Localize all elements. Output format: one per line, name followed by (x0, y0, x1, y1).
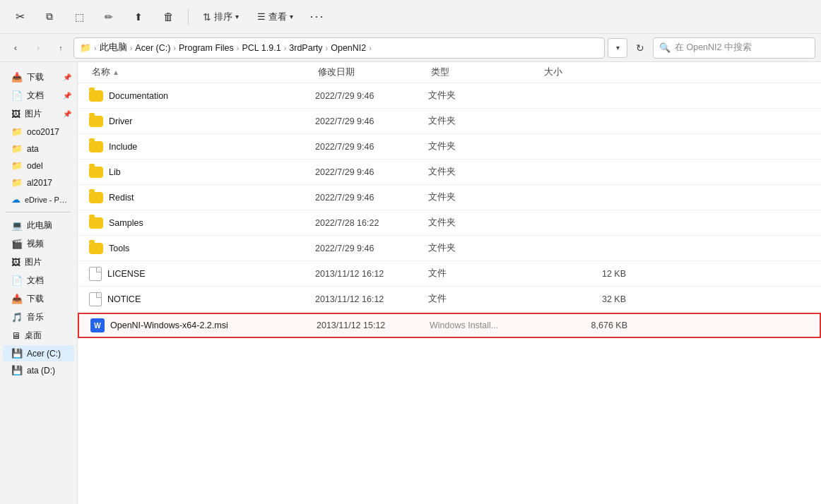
file-type: 文件夹 (428, 115, 541, 127)
paste-button[interactable]: ⬚ (68, 6, 90, 28)
breadcrumb-drive[interactable]: Acer (C:) (135, 43, 170, 53)
file-modified: 2013/11/12 16:12 (315, 269, 428, 279)
delete-button[interactable]: 🗑 (157, 6, 179, 28)
refresh-button[interactable]: ↻ (630, 38, 650, 58)
back-button[interactable]: ‹ (6, 38, 25, 58)
toolbar-separator-1 (188, 8, 189, 25)
table-row[interactable]: Lib 2022/7/29 9:46 文件夹 (78, 160, 821, 185)
sep6: › (326, 44, 329, 52)
table-row[interactable]: Documentation 2022/7/29 9:46 文件夹 (78, 83, 821, 109)
sidebar-item-docs2[interactable]: 📄 文档 (3, 272, 74, 289)
table-row[interactable]: W OpenNI-Windows-x64-2.2.msi 2013/11/12 … (78, 313, 821, 338)
breadcrumb-openni2[interactable]: OpenNI2 (331, 43, 366, 53)
folder-icon (89, 217, 103, 229)
search-placeholder: 在 OpenNI2 中搜索 (675, 42, 752, 54)
sep1: › (94, 44, 97, 52)
file-type: 文件 (428, 293, 541, 305)
view-button[interactable]: ☰ 查看 ▾ (252, 8, 299, 26)
col-modified-label: 修改日期 (318, 66, 355, 78)
sidebar-item-oco2017[interactable]: 📁 oco2017 (3, 124, 74, 140)
sidebar-item-onedrive[interactable]: ☁ eDrive - Persc (3, 191, 74, 208)
view-chevron-icon: ▾ (290, 13, 293, 20)
table-row[interactable]: NOTICE 2013/11/12 16:12 文件 32 KB (78, 287, 821, 312)
music-icon: 🎵 (11, 312, 23, 323)
table-row[interactable]: Tools 2022/7/29 9:46 文件夹 (78, 236, 821, 261)
sidebar-item-c-drive[interactable]: 💾 Acer (C:) (3, 345, 74, 361)
col-header-type[interactable]: 类型 (428, 62, 541, 83)
breadcrumb-pcl[interactable]: PCL 1.9.1 (242, 43, 280, 53)
file-icon (89, 267, 102, 281)
file-rows-container: Documentation 2022/7/29 9:46 文件夹 Driver … (78, 83, 821, 339)
col-header-name[interactable]: 名称 ▲ (89, 62, 315, 83)
file-name: Tools (109, 244, 129, 253)
file-name-cell: Samples (89, 217, 315, 229)
sidebar-item-pictures2[interactable]: 🖼 图片 (3, 253, 74, 271)
breadcrumb-thispc[interactable]: 此电脑 (100, 42, 127, 54)
rename-button[interactable]: ✏ (98, 6, 120, 28)
address-path[interactable]: 📁 › 此电脑 › Acer (C:) › Program Files › PC… (73, 37, 605, 59)
sidebar-item-thispc[interactable]: 💻 此电脑 (3, 217, 74, 234)
address-dropdown-button[interactable]: ▾ (608, 38, 627, 58)
cut-button[interactable]: ✂ (8, 6, 31, 28)
file-modified: 2022/7/29 9:46 (315, 91, 428, 101)
sep7: › (369, 44, 372, 52)
table-row[interactable]: LICENSE 2013/11/12 16:12 文件 12 KB (78, 261, 821, 287)
breadcrumb-programfiles[interactable]: Program Files (179, 43, 234, 53)
view-icon: ☰ (257, 11, 266, 22)
file-name-cell: Redist (89, 192, 315, 203)
sidebar-item-odel[interactable]: 📁 odel (3, 157, 74, 174)
sidebar-item-download2[interactable]: 📥 下载 (3, 290, 74, 308)
table-row[interactable]: Samples 2022/7/28 16:22 文件夹 (78, 210, 821, 236)
file-modified: 2013/11/12 15:12 (317, 320, 430, 330)
sidebar-item-music[interactable]: 🎵 音乐 (3, 308, 74, 326)
sep5: › (284, 44, 287, 52)
sidebar-divider (6, 212, 71, 212)
col-header-size[interactable]: 大小 (541, 62, 626, 83)
up-button[interactable]: ↑ (51, 38, 71, 58)
file-size: 12 KB (541, 269, 626, 279)
file-name: Include (109, 142, 137, 152)
sep4: › (237, 44, 240, 52)
sidebar-item-al2017[interactable]: 📁 al2017 (3, 174, 74, 191)
address-bar: ‹ › ↑ 📁 › 此电脑 › Acer (C:) › Program File… (0, 34, 821, 62)
more-button[interactable]: ··· (306, 6, 329, 28)
table-row[interactable]: Include 2022/7/29 9:46 文件夹 (78, 134, 821, 160)
file-name-cell: Driver (89, 116, 315, 127)
file-name: Redist (109, 193, 134, 203)
file-type: Windows Install... (430, 320, 543, 330)
sort-button[interactable]: ⇅ 排序 ▾ (197, 8, 244, 26)
file-modified: 2013/11/12 16:12 (315, 294, 428, 304)
search-box[interactable]: 🔍 在 OpenNI2 中搜索 (653, 37, 815, 59)
file-name-cell: Include (89, 141, 315, 152)
sort-arrow-icon: ▲ (112, 68, 119, 76)
file-modified: 2022/7/29 9:46 (315, 244, 428, 253)
sidebar-item-pictures1[interactable]: 🖼 图片 📌 (3, 105, 74, 123)
msi-icon: W (90, 318, 105, 332)
file-modified: 2022/7/29 9:46 (315, 116, 428, 126)
sidebar-item-docs1[interactable]: 📄 文档 📌 (3, 87, 74, 104)
sidebar-item-ata[interactable]: 📁 ata (3, 140, 74, 157)
forward-button[interactable]: › (28, 38, 48, 58)
file-type: 文件夹 (428, 90, 541, 102)
view-label: 查看 (268, 11, 287, 23)
sidebar-item-video[interactable]: 🎬 视频 (3, 235, 74, 253)
sort-icon: ⇅ (203, 11, 211, 23)
sidebar-item-d-drive[interactable]: 💾 ata (D:) (3, 362, 74, 378)
table-row[interactable]: Redist 2022/7/29 9:46 文件夹 (78, 185, 821, 210)
file-type: 文件夹 (428, 242, 541, 254)
search-icon: 🔍 (659, 42, 671, 53)
sidebar-item-download1[interactable]: 📥 下载 📌 (3, 68, 74, 86)
file-modified: 2022/7/29 9:46 (315, 167, 428, 177)
share-button[interactable]: ⬆ (127, 6, 150, 28)
pics-icon: 🖼 (11, 257, 20, 268)
sort-chevron-icon: ▾ (235, 13, 239, 20)
col-header-modified[interactable]: 修改日期 (315, 62, 428, 83)
folder-icon (89, 116, 103, 127)
copy-button[interactable]: ⧉ (38, 6, 61, 28)
breadcrumb-thirdparty[interactable]: 3rdParty (289, 43, 322, 53)
file-modified: 2022/7/29 9:46 (315, 193, 428, 203)
folder-icon (89, 90, 103, 102)
sort-label: 排序 (214, 11, 232, 23)
sidebar-item-desktop[interactable]: 🖥 桌面 (3, 327, 74, 344)
table-row[interactable]: Driver 2022/7/29 9:46 文件夹 (78, 109, 821, 134)
